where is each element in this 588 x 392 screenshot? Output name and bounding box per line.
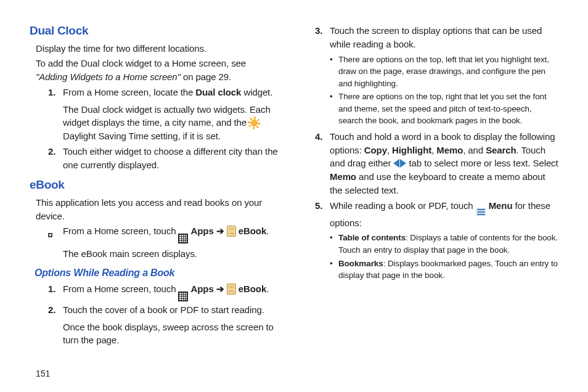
bold-menu: Menu — [489, 200, 513, 211]
step-number: 1. — [48, 86, 63, 143]
bold-memo: Memo — [436, 145, 463, 155]
dual-clock-ref: To add the Dual clock widget to a Home s… — [36, 57, 279, 84]
bold-ebook: eBook — [239, 226, 266, 236]
bold-copy: Copy — [364, 145, 387, 155]
text: Daylight Saving Time setting, if it is s… — [63, 131, 221, 141]
step-1: 1. From a Home screen, locate the Dual c… — [48, 86, 279, 143]
step-2: 2. Touch either widget to choose a diffe… — [48, 145, 279, 172]
selection-tab-left-icon — [393, 159, 399, 168]
text: . — [266, 284, 269, 294]
text: To add the Dual clock widget to a Home s… — [36, 58, 246, 68]
text: and use the keyboard to create a memo ab… — [330, 171, 545, 195]
apps-grid-icon — [178, 234, 188, 243]
step-text: Touch the cover of a book or PDF to star… — [63, 303, 279, 347]
step-text: Touch either widget to choose a differen… — [63, 145, 279, 172]
text: Touch the cover of a book or PDF to star… — [63, 304, 264, 315]
bold-apps: Apps — [191, 226, 214, 236]
reading-steps-right: 3. Touch the screen to display options t… — [315, 24, 558, 283]
bullet-item: • There are options on the top, left tha… — [330, 54, 558, 90]
bullet-text: Table of contents: Displays a table of c… — [338, 232, 558, 256]
reading-steps-left: 1. From a Home screen, touch Apps ➔ eBoo… — [48, 282, 279, 347]
bullet-text: There are options on the top, right that… — [338, 91, 558, 127]
step-text: From a Home screen, locate the Dual cloc… — [63, 86, 279, 143]
step-number: 1. — [48, 282, 63, 301]
menu-hamburger-icon — [476, 208, 486, 216]
bullet-dot-icon: • — [330, 54, 338, 90]
step-number: 2. — [48, 303, 63, 347]
dual-clock-steps: 1. From a Home screen, locate the Dual c… — [48, 86, 279, 172]
step-number: 4. — [315, 130, 330, 197]
step-3: 3. Touch the screen to display options t… — [315, 24, 558, 128]
step-5: 5. While reading a book or PDF, touch Me… — [315, 199, 558, 283]
bold-ebook: eBook — [239, 284, 266, 294]
ebook-desc: This application lets you access and rea… — [36, 196, 279, 223]
text: From a Home screen, touch — [63, 226, 178, 236]
ebook-launch-list: From a Home screen, touch Apps ➔ eBook. … — [48, 224, 279, 261]
bold-apps: Apps — [191, 284, 214, 294]
text: While reading a book or PDF, touch — [330, 200, 476, 211]
text: Touch the screen to display options that… — [330, 25, 542, 49]
selection-tab-right-icon — [400, 159, 406, 168]
page-columns: Dual Clock Display the time for two diff… — [30, 22, 558, 349]
step-text: While reading a book or PDF, touch Menu … — [330, 199, 558, 283]
square-bullet-icon — [48, 227, 63, 264]
bold-memo: Memo — [330, 171, 356, 182]
text: Once the book displays, sweep across the… — [63, 322, 274, 346]
bold-highlight: Highlight — [392, 145, 431, 155]
bullet-text: There are options on the top, left that … — [338, 54, 558, 90]
page-number: 151 — [36, 367, 50, 380]
text: From a Home screen, touch — [63, 284, 178, 294]
step-1: 1. From a Home screen, touch Apps ➔ eBoo… — [48, 282, 279, 301]
text: widget. — [241, 87, 272, 97]
bullet-dot-icon: • — [330, 232, 338, 256]
text: . — [266, 226, 269, 236]
apps-grid-icon — [178, 292, 188, 301]
step-number: 3. — [315, 24, 330, 128]
text: The eBook main screen displays. — [63, 248, 197, 259]
ebook-app-icon — [227, 226, 236, 237]
step3-bullets: • There are options on the top, left tha… — [330, 54, 558, 127]
heading-dual-clock: Dual Clock — [30, 22, 279, 39]
list-text: From a Home screen, touch Apps ➔ eBook. … — [63, 224, 279, 261]
left-column: Dual Clock Display the time for two diff… — [30, 22, 279, 349]
step-number: 5. — [315, 199, 330, 283]
bullet-item: • Bookmarks: Displays bookmarked pages. … — [330, 258, 558, 282]
step-number: 2. — [48, 145, 63, 172]
bullet-item: • Table of contents: Displays a table of… — [330, 232, 558, 256]
step5-bullets: • Table of contents: Displays a table of… — [330, 232, 558, 281]
text: From a Home screen, locate the — [63, 87, 195, 97]
bullet-dot-icon: • — [330, 258, 338, 282]
bullet-text: Bookmarks: Displays bookmarked pages. To… — [338, 258, 558, 282]
arrow-right-icon: ➔ — [216, 226, 224, 236]
dual-clock-desc: Display the time for two different locat… — [36, 42, 279, 55]
heading-options-reading: Options While Reading a Book — [35, 266, 279, 280]
ref-italic: "Adding Widgets to a Home screen" — [36, 71, 181, 82]
heading-ebook: eBook — [30, 176, 279, 194]
bold-toc: Table of contents — [338, 233, 406, 242]
step-text: From a Home screen, touch Apps ➔ eBook. — [63, 282, 279, 301]
ebook-app-icon — [227, 284, 236, 295]
bullet-dot-icon: • — [330, 91, 338, 127]
arrow-right-icon: ➔ — [216, 284, 224, 294]
step-text: Touch and hold a word in a book to displ… — [330, 130, 558, 197]
text: tab to select more or less text. Select — [406, 158, 558, 168]
bold-dual-clock: Dual clock — [195, 87, 241, 97]
list-item: From a Home screen, touch Apps ➔ eBook. … — [48, 224, 279, 261]
text: on page 29. — [181, 71, 231, 82]
bullet-item: • There are options on the top, right th… — [330, 91, 558, 127]
bold-bookmarks: Bookmarks — [338, 259, 383, 268]
step-text: Touch the screen to display options that… — [330, 24, 558, 128]
step-4: 4. Touch and hold a word in a book to di… — [315, 130, 558, 197]
dst-sun-icon — [249, 118, 259, 128]
step-2: 2. Touch the cover of a book or PDF to s… — [48, 303, 279, 347]
bold-search: Search — [486, 145, 516, 155]
right-column: 3. Touch the screen to display options t… — [309, 22, 558, 349]
text: The Dual clock widget is actually two wi… — [63, 104, 271, 128]
